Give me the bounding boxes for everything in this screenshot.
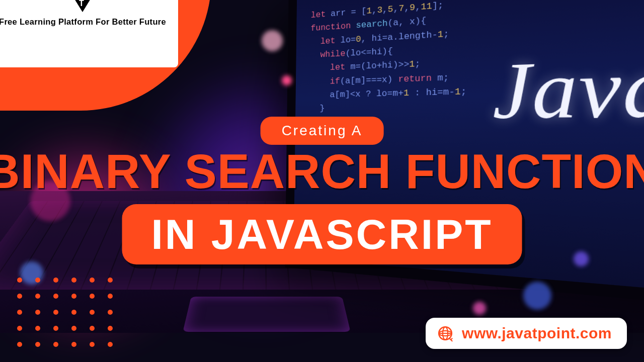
decorative-dot-grid xyxy=(17,278,115,349)
sub-text: IN JAVASCRIPT xyxy=(151,211,493,258)
url-chip[interactable]: www.javatpoint.com xyxy=(426,318,627,349)
sub-pill: IN JAVASCRIPT xyxy=(122,204,522,264)
kicker-pill: Creating A xyxy=(261,117,384,145)
brand-card: Free Learning Platform For Better Future xyxy=(0,0,178,67)
url-text: www.javatpoint.com xyxy=(462,325,612,342)
headline: BINARY SEARCH FUNCTION xyxy=(0,144,644,199)
brand-logo-icon xyxy=(74,0,91,12)
brand-tagline: Free Learning Platform For Better Future xyxy=(0,17,166,27)
globe-icon xyxy=(437,325,454,342)
kicker-text: Creating A xyxy=(282,123,363,138)
java-word: Java xyxy=(493,36,644,138)
promo-banner: let arr = [1,3,5,7,9,11]; function searc… xyxy=(0,0,644,362)
